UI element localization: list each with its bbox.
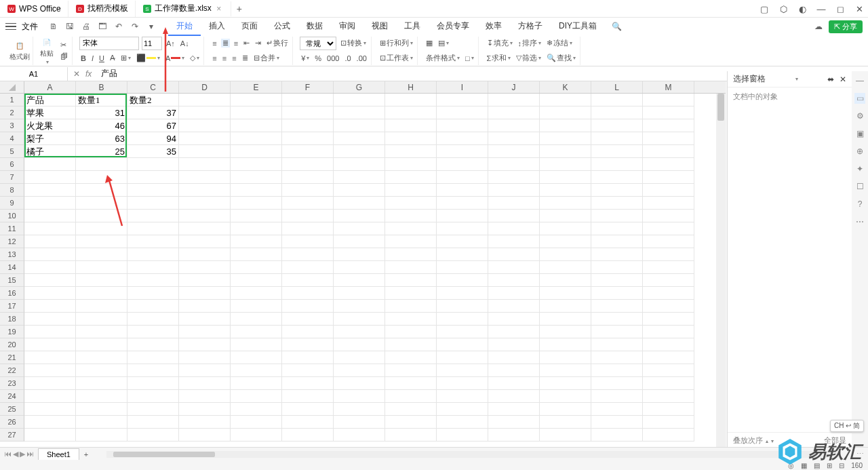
cell[interactable]	[385, 248, 437, 261]
paste-button[interactable]: 📄粘贴▾	[40, 36, 54, 65]
col-header[interactable]: K	[540, 81, 591, 93]
indent-right-icon[interactable]: ⇥	[254, 39, 262, 47]
cell[interactable]	[24, 377, 76, 390]
cell[interactable]	[76, 210, 127, 222]
filter-button[interactable]: ▽筛选▾	[515, 53, 542, 63]
cell[interactable]	[643, 248, 694, 261]
cell[interactable]	[643, 313, 694, 326]
pin-icon[interactable]: ⬌	[827, 75, 834, 84]
row-header[interactable]: 10	[0, 210, 24, 222]
cell[interactable]	[76, 287, 127, 300]
cell[interactable]	[127, 313, 179, 326]
cell[interactable]	[591, 119, 643, 132]
cell[interactable]	[488, 94, 540, 106]
cell[interactable]	[282, 248, 334, 261]
cell[interactable]	[437, 403, 488, 416]
cell[interactable]	[591, 364, 643, 377]
cell[interactable]	[24, 197, 76, 210]
cell[interactable]	[643, 119, 694, 132]
share-button[interactable]: ⇱分享	[829, 20, 863, 33]
row-header[interactable]: 4	[0, 132, 24, 145]
cell[interactable]	[591, 313, 643, 326]
row-header[interactable]: 14	[0, 261, 24, 274]
cell[interactable]	[179, 326, 231, 338]
row-header[interactable]: 11	[0, 222, 24, 235]
cancel-formula-icon[interactable]: ✕	[73, 69, 80, 79]
cell[interactable]	[179, 364, 231, 377]
cell[interactable]	[437, 171, 488, 184]
menu-tab-3[interactable]: 公式	[266, 18, 298, 36]
cell[interactable]	[179, 132, 231, 145]
row-header[interactable]: 12	[0, 235, 24, 248]
new-file-icon[interactable]: 🗎	[49, 22, 58, 31]
cell[interactable]	[591, 145, 643, 158]
cell[interactable]	[488, 235, 540, 248]
cell[interactable]	[334, 326, 385, 338]
table-style-icon[interactable]: ▦	[425, 39, 434, 47]
stack-order-label[interactable]: 叠放次序	[733, 436, 763, 444]
cell[interactable]	[334, 390, 385, 403]
cell[interactable]	[179, 300, 231, 313]
doc-strip-icon[interactable]: ☐	[854, 181, 865, 192]
cut-icon[interactable]: ✂	[59, 41, 69, 50]
cell[interactable]	[488, 287, 540, 300]
sheet-first-icon[interactable]: ⏮	[4, 450, 12, 458]
cell[interactable]	[488, 132, 540, 145]
cell[interactable]	[643, 106, 694, 119]
cell[interactable]	[231, 377, 282, 390]
cell[interactable]	[76, 313, 127, 326]
cell[interactable]	[385, 197, 437, 210]
cell[interactable]	[385, 416, 437, 429]
cell[interactable]	[76, 158, 127, 171]
cell[interactable]	[540, 313, 591, 326]
cell[interactable]	[591, 158, 643, 171]
cell[interactable]	[540, 338, 591, 351]
cell[interactable]	[179, 197, 231, 210]
cell[interactable]	[334, 184, 385, 197]
cell[interactable]	[643, 145, 694, 158]
cell[interactable]	[231, 403, 282, 416]
cell[interactable]	[540, 94, 591, 106]
add-sheet-button[interactable]: +	[79, 450, 93, 458]
align-top-icon[interactable]: ≡	[211, 39, 218, 47]
cell[interactable]	[127, 351, 179, 364]
new-tab-button[interactable]: +	[231, 3, 248, 14]
cell[interactable]	[488, 158, 540, 171]
cell[interactable]	[437, 235, 488, 248]
cell[interactable]	[437, 119, 488, 132]
col-header[interactable]: L	[591, 81, 643, 93]
cell[interactable]	[127, 403, 179, 416]
cell[interactable]	[385, 403, 437, 416]
cell[interactable]	[127, 416, 179, 429]
cell[interactable]	[488, 416, 540, 429]
sort-button[interactable]: ↕排序▾	[517, 38, 543, 48]
cell[interactable]	[540, 261, 591, 274]
italic-button[interactable]: I	[90, 54, 95, 62]
cell[interactable]	[488, 119, 540, 132]
cell[interactable]	[231, 338, 282, 351]
percent-icon[interactable]: %	[313, 54, 323, 62]
menu-tab-7[interactable]: 工具	[396, 18, 429, 36]
cell[interactable]	[488, 171, 540, 184]
cell[interactable]	[540, 403, 591, 416]
cell[interactable]	[540, 184, 591, 197]
cell[interactable]	[540, 222, 591, 235]
cell[interactable]	[179, 145, 231, 158]
cell[interactable]	[643, 377, 694, 390]
menu-tab-1[interactable]: 插入	[201, 18, 233, 36]
cell[interactable]	[591, 416, 643, 429]
cell[interactable]	[643, 274, 694, 287]
app-tab-wps[interactable]: W WPS Office	[0, 1, 68, 17]
cell[interactable]	[24, 390, 76, 403]
cell[interactable]: 25	[76, 145, 127, 158]
cell[interactable]	[540, 171, 591, 184]
save-icon[interactable]: 🖫	[65, 22, 75, 31]
row-header[interactable]: 3	[0, 119, 24, 132]
cell[interactable]	[540, 106, 591, 119]
cell[interactable]	[76, 184, 127, 197]
cell[interactable]	[282, 416, 334, 429]
col-header[interactable]: H	[385, 81, 437, 93]
cell[interactable]: 产品	[24, 94, 76, 106]
cell[interactable]	[643, 429, 694, 442]
cell[interactable]	[282, 326, 334, 338]
